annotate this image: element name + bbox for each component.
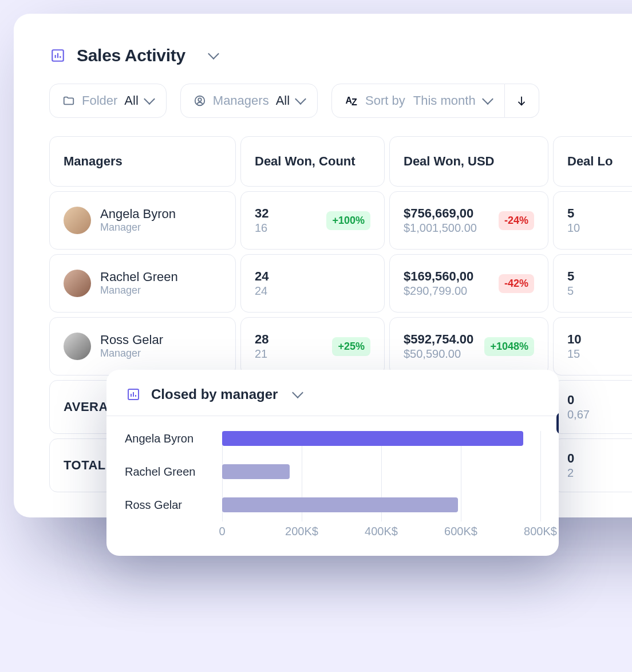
filter-bar: Folder All Managers All AZ Sort by This … [49,84,632,136]
chevron-down-icon [295,93,306,105]
x-tick: 200K$ [285,525,318,538]
value-sub: 15 [567,347,581,361]
bar-track [222,464,540,479]
value-sub: $1,001,500.00 [404,221,477,235]
value-top: 24 [255,268,268,284]
value-top: 10 [567,331,581,347]
chevron-down-icon[interactable] [208,48,219,60]
title-row: Sales Activity [49,46,632,84]
page-title: Sales Activity [77,46,185,65]
avatar [64,270,91,297]
delta-badge: +25% [332,337,370,356]
bar[interactable] [222,464,290,479]
value-sub: 10 [567,221,580,235]
cell-lost: 0 2 +100 [553,438,632,492]
az-icon: AZ [345,94,357,107]
managers-filter[interactable]: Managers All [180,84,318,118]
cell-lost: 5 5 [553,254,632,313]
value-top: 0 [567,392,590,408]
chevron-down-icon [144,93,155,105]
value-sub: $290,799.00 [404,284,473,298]
closed-by-manager-card: Closed by manager 756,669$ Angela Byron … [106,370,559,556]
folder-icon [62,94,75,107]
delta-badge: -42% [499,274,534,293]
folder-filter[interactable]: Folder All [49,84,167,118]
manager-name: Angela Byron [100,207,176,222]
chart-header: Closed by manager [106,370,559,416]
sort-direction-button[interactable] [505,84,539,118]
avatar [64,333,91,360]
cell-usd: $169,560,00 $290,799.00 -42% [389,254,548,313]
cell-count: 32 16 +100% [240,191,385,250]
table-row[interactable]: Angela Byron Manager [49,191,236,250]
x-tick: 400K$ [365,525,398,538]
bar-chart: Angela Byron Rachel Green Ross Gelar [125,431,540,512]
col-deal-lost: Deal Lo [553,136,632,187]
value-top: 5 [567,268,574,284]
chart-tooltip: 756,669$ [556,413,559,434]
manager-name: Rachel Green [100,270,178,284]
folder-value: All [124,93,138,108]
cell-usd: $592,754.00 $50,590.00 +1048% [389,317,548,375]
sort-label: Sort by [365,93,405,108]
col-deal-won-usd: Deal Won, USD [389,136,548,187]
managers-label: Managers [213,93,269,108]
sort-control: AZ Sort by This month [331,84,539,118]
folder-label: Folder [82,93,117,108]
value-top: $169,560,00 [404,268,473,284]
value-top: 0 [567,450,574,467]
chart-plot-area: 756,669$ Angela Byron Rachel Green Ross … [106,416,559,556]
col-managers: Managers [49,136,236,187]
value-sub: 21 [255,347,268,361]
value-sub: 0,67 [567,408,590,422]
chart-icon [49,47,66,64]
value-sub: 16 [255,221,268,235]
x-tick: 800K$ [524,525,557,538]
chart-icon [125,386,142,403]
chevron-down-icon[interactable] [293,387,304,398]
bar-label: Ross Gelar [125,499,222,512]
bar-track [222,431,540,446]
bar[interactable] [222,497,458,512]
cell-lost: 10 15 +33 [553,317,632,375]
x-axis: 0 200K$ 400K$ 600K$ 800K$ [125,525,540,539]
value-top: $592,754.00 [404,331,473,347]
person-icon [193,94,206,107]
manager-role: Manager [100,347,163,360]
summary-label: TOTAL [64,458,106,473]
col-deal-won-count: Deal Won, Count [240,136,385,187]
manager-role: Manager [100,284,178,297]
sort-filter[interactable]: AZ Sort by This month [331,84,505,118]
cell-count: 24 24 [240,254,385,313]
value-sub: 2 [567,466,574,480]
cell-lost: 5 10 +10 [553,191,632,250]
chevron-down-icon [482,93,493,105]
value-top: $756,669,00 [404,205,477,222]
managers-value: All [276,93,290,108]
bar-track [222,497,540,512]
bar-label: Rachel Green [125,465,222,479]
svg-point-2 [198,98,202,101]
x-tick: 0 [219,525,225,538]
table-row[interactable]: Ross Gelar Manager [49,317,236,375]
delta-badge: +100% [326,211,370,230]
value-sub: $50,590.00 [404,347,473,361]
bar[interactable] [222,431,523,446]
arrow-down-icon [515,94,528,107]
cell-usd: $756,669,00 $1,001,500.00 -24% [389,191,548,250]
delta-badge: +1048% [484,337,534,356]
value-top: 32 [255,205,268,222]
chart-title: Closed by manager [151,386,278,402]
value-sub: 5 [567,284,574,298]
table-row[interactable]: Rachel Green Manager [49,254,236,313]
value-top: 5 [567,205,580,222]
x-tick: 600K$ [444,525,477,538]
sort-value: This month [413,93,476,108]
delta-badge: -24% [499,211,534,230]
cell-lost: 0 0,67 +1 [553,380,632,434]
value-sub: 24 [255,284,268,298]
value-top: 28 [255,331,268,347]
cell-count: 28 21 +25% [240,317,385,375]
manager-role: Manager [100,222,176,234]
manager-name: Ross Gelar [100,333,163,347]
